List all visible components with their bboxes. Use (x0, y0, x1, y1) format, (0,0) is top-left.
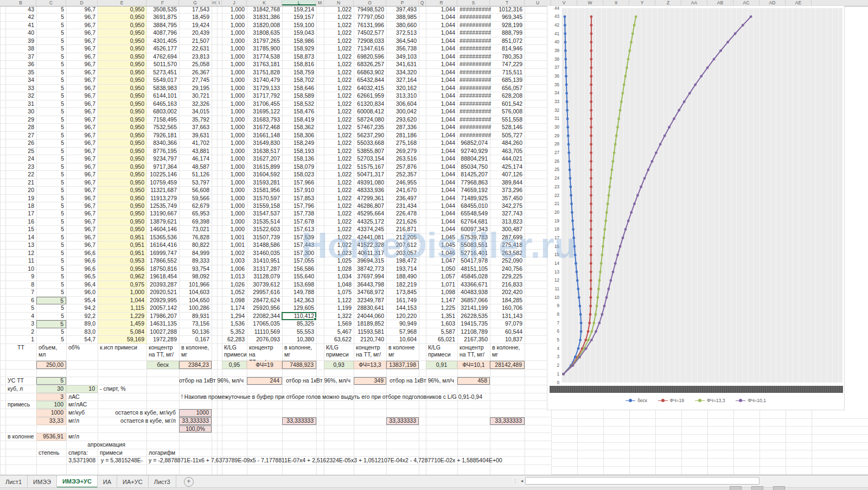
summary-cell[interactable]: К/LG примеси (222, 344, 247, 360)
cell-K-21[interactable]: 31593,281 (247, 179, 282, 186)
summary-cell[interactable]: 3 (36, 393, 66, 401)
cell-D-24[interactable]: 96,7 (66, 155, 98, 162)
cell-G-39[interactable]: 21,507 (179, 37, 212, 44)
summary-cell[interactable]: 33,333333 (179, 417, 212, 425)
cell-C-22[interactable]: 5 (36, 171, 66, 178)
cell-E-7[interactable]: 1,000 (98, 289, 146, 296)
cell-K-10[interactable]: 31317,287 (247, 265, 282, 272)
cell-O-19[interactable]: 47299,361 (354, 195, 386, 202)
summary-cell[interactable]: концентр на ТТ, мг/л (146, 344, 179, 360)
cell-E-5[interactable]: 1,115 (98, 304, 146, 311)
cell-G-31[interactable]: 32,326 (179, 100, 212, 107)
cell-L-36[interactable]: 158,816 (282, 61, 316, 68)
cell-L-24[interactable]: 158,136 (282, 155, 316, 162)
cell-R-42[interactable]: 1,044 (426, 14, 457, 21)
cell-O-12[interactable]: 40611,317 (354, 250, 386, 257)
cell-N-35[interactable]: 1,022 (324, 69, 354, 76)
cell-S-6[interactable]: 36857,066 (457, 297, 490, 304)
cell-D-18[interactable]: 96,7 (66, 202, 98, 209)
cell-K-38[interactable]: 31785,900 (247, 45, 282, 52)
cell-K-43[interactable]: 31842,768 (247, 6, 282, 13)
cell-F-5[interactable]: 20057,142 (146, 304, 179, 311)
cell-K-12[interactable]: 31460,035 (247, 250, 282, 257)
cell-L-15[interactable]: 157,613 (282, 226, 316, 233)
view-normal-icon[interactable] (730, 486, 742, 490)
cell-B-22[interactable]: 22 (5, 171, 36, 178)
cell-S-5[interactable]: 32141,199 (457, 304, 490, 311)
cell-R-9[interactable]: 1,057 (426, 273, 457, 280)
cell-N-19[interactable]: 1,022 (324, 195, 354, 202)
cell-D-9[interactable]: 96,5 (66, 273, 98, 280)
cell-T-40[interactable]: 888,799 (490, 29, 525, 36)
cell-S-34[interactable]: ########## (457, 77, 490, 84)
cell-K-37[interactable]: 31774,538 (247, 53, 282, 60)
scrollbar-thumb[interactable] (525, 477, 760, 485)
cell-C-17[interactable]: 5 (36, 210, 66, 217)
summary-cell[interactable]: в колонне, мг (179, 344, 212, 360)
cell-C-11[interactable]: 5 (36, 257, 66, 264)
cell-F-28[interactable]: 7532,565 (146, 124, 179, 131)
summary-cell[interactable]: концентр на ТТ, мг/л (247, 344, 282, 360)
cell-B-12[interactable]: 12 (5, 250, 36, 257)
cell-J-16[interactable]: 1,000 (222, 218, 247, 225)
cell-S-38[interactable]: ########## (457, 45, 490, 52)
cell-C-19[interactable]: 5 (36, 195, 66, 202)
cell-O-6[interactable]: 32349,787 (354, 297, 386, 304)
cell-N-7[interactable]: 1,075 (324, 289, 354, 296)
cell-G-8[interactable]: 101,966 (179, 281, 212, 288)
cell-E-33[interactable]: 0,950 (98, 85, 146, 92)
cell-R-29[interactable]: 1,044 (426, 116, 457, 123)
cell-D-2[interactable]: 83,0 (66, 328, 98, 335)
cell-D-7[interactable]: 96,0 (66, 289, 98, 296)
cell-E-27[interactable]: 0,950 (98, 132, 146, 139)
cell-O-41[interactable]: 76131,996 (354, 22, 386, 29)
cell-D-30[interactable]: 96,7 (66, 108, 98, 115)
cell-D-32[interactable]: 96,7 (66, 92, 98, 99)
cell-N-43[interactable]: 1,022 (324, 6, 354, 13)
summary-cell[interactable]: концентр на ТТ, мг/л (354, 344, 386, 360)
cell-L-13[interactable]: 157,443 (282, 241, 316, 249)
cell-B-4[interactable]: 4 (5, 313, 36, 320)
cell-C-31[interactable]: 5 (36, 100, 66, 107)
summary-cell[interactable]: в колонне, мг (282, 344, 316, 360)
cell-F-4[interactable]: 17986,207 (146, 313, 179, 320)
cell-O-33[interactable]: 64032,415 (354, 85, 386, 92)
column-header-P[interactable]: P (386, 0, 419, 5)
cell-T-38[interactable]: 814,946 (490, 45, 525, 52)
cell-K-9[interactable]: 31128,079 (247, 273, 282, 280)
cell-O-29[interactable]: 58724,080 (354, 116, 386, 123)
cell-J-38[interactable]: 1,000 (222, 45, 247, 52)
cell-P-11[interactable]: 198,472 (386, 257, 419, 264)
cell-R-17[interactable]: 1,044 (426, 210, 457, 217)
cell-T-16[interactable]: 313,823 (490, 218, 525, 225)
cell-L-39[interactable]: 158,986 (282, 37, 316, 44)
cell-S-36[interactable]: ########## (457, 61, 490, 68)
cell-B-10[interactable]: 10 (5, 265, 36, 272)
cell-K-31[interactable]: 31706,455 (247, 100, 282, 107)
cell-O-8[interactable]: 36443,798 (354, 281, 386, 288)
cell-F-32[interactable]: 6144,101 (146, 92, 179, 99)
cell-L-1[interactable]: 10,380 (282, 336, 316, 343)
summary-cell[interactable]: 0,91 (426, 361, 457, 369)
cell-K-17[interactable]: 31547,537 (247, 210, 282, 217)
cell-L-19[interactable]: 157,853 (282, 195, 316, 202)
cell-K-40[interactable]: 31808,635 (247, 29, 282, 36)
cell-P-38[interactable]: 356,738 (386, 45, 419, 52)
summary-cell[interactable]: 13837,198 (386, 361, 419, 369)
cell-T-7[interactable]: 202,420 (490, 289, 525, 296)
cell-D-12[interactable]: 96,6 (66, 250, 98, 257)
cell-L-2[interactable]: 55,553 (282, 328, 316, 335)
view-page-layout-icon[interactable] (751, 486, 763, 490)
cell-B-19[interactable]: 19 (5, 195, 36, 202)
cell-S-7[interactable]: 40483,938 (457, 289, 490, 296)
cell-E-19[interactable]: 0,950 (98, 195, 146, 202)
cell-G-5[interactable]: 100,286 (179, 304, 212, 311)
column-header-B[interactable]: B (5, 0, 36, 5)
cell-P-25[interactable]: 269,279 (386, 148, 419, 155)
summary-cell[interactable]: в колонне мг (386, 344, 419, 360)
cell-L-43[interactable]: 159,214 (282, 6, 316, 13)
active-cell-outline[interactable] (282, 312, 316, 320)
column-header-I[interactable]: I (217, 0, 222, 5)
cell-K-41[interactable]: 31820,008 (247, 22, 282, 29)
cell-K-35[interactable]: 31751,828 (247, 69, 282, 76)
